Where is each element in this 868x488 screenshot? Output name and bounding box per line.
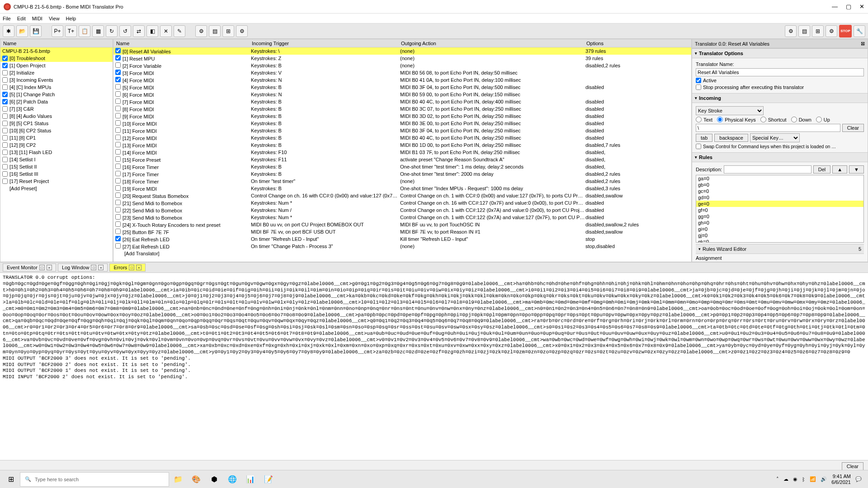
translator-row[interactable]: [15] Force PresetKeystrokes: F11activate… <box>113 156 691 163</box>
minimize-button[interactable]: — <box>832 3 838 10</box>
translator-checkbox[interactable] <box>115 156 121 162</box>
preset-checkbox[interactable] <box>2 164 8 169</box>
translator-checkbox[interactable] <box>115 149 121 155</box>
project-root[interactable]: CMPU-B 21-5-6.bmtp <box>0 47 113 55</box>
toolbar-btn-2[interactable]: 💾 <box>30 25 42 37</box>
translator-checkbox[interactable] <box>115 135 121 140</box>
toolbar-btn-1[interactable]: 📂 <box>16 25 28 37</box>
preset-item[interactable]: [8] [4] Audio Values <box>0 113 113 120</box>
translator-row[interactable]: [12] Force MIDIKeystrokes: BMIDI B0 40 4… <box>113 134 691 141</box>
preset-item[interactable]: [16] Setlist III <box>0 170 113 178</box>
taskbar-app-excel[interactable]: 📊 <box>241 472 259 487</box>
preset-checkbox[interactable] <box>2 77 8 83</box>
translator-checkbox[interactable] <box>115 236 121 241</box>
translator-row[interactable]: [17] Force TimerKeystrokes: BOne-shot ti… <box>113 170 691 178</box>
translator-row[interactable]: [21] Send Midi to BomeboxKeystrokes: Num… <box>113 199 691 206</box>
translator-row[interactable]: [2] Force VariableKeystrokes: B(none)dis… <box>113 62 691 69</box>
swap-control-checkbox[interactable] <box>696 144 701 149</box>
preset-item[interactable]: [0] Troubleshoot <box>0 55 113 62</box>
preset-checkbox[interactable] <box>2 106 8 112</box>
preset-checkbox[interactable] <box>2 63 8 68</box>
system-tray[interactable]: ˄ ☁ ◉ ᛒ 📶 🔊 9:41 AM 6/6/2021 💬 <box>772 474 866 484</box>
description-input[interactable] <box>724 165 811 174</box>
preset-item[interactable]: [Add Preset] <box>0 185 113 192</box>
preset-item[interactable]: [12] [9] CP2 <box>0 141 113 149</box>
toolbar-right-2[interactable]: ⊞ <box>812 25 824 37</box>
rule-item[interactable]: gg=0 <box>696 213 863 220</box>
tab-close-icon[interactable]: × <box>136 265 142 270</box>
toolbar-btn-5[interactable]: T+ <box>65 25 77 37</box>
preset-checkbox[interactable] <box>2 84 8 90</box>
translator-row[interactable]: [7] Force MIDIKeystrokes: BMIDI B0 40 4C… <box>113 98 691 105</box>
translator-checkbox[interactable] <box>115 120 121 126</box>
special-key-select[interactable]: Special Key… <box>750 133 800 142</box>
incoming-type-select[interactable]: Key Stroke <box>696 106 764 115</box>
start-button[interactable]: ⊞ <box>2 472 20 487</box>
toolbar-btn-12[interactable]: ✕ <box>160 25 172 37</box>
toolbar-right-0[interactable]: ⚙ <box>785 25 797 37</box>
translator-row[interactable]: [24] X-Touch Rotary Encoders to next pre… <box>113 221 691 228</box>
translator-options-header[interactable]: Translator Options <box>692 48 868 58</box>
translator-row[interactable]: [8] Force MIDIKeystrokes: BMIDI B0 3C 07… <box>113 105 691 113</box>
translator-checkbox[interactable] <box>115 70 121 75</box>
toolbar-btn-13[interactable]: ✎ <box>174 25 185 37</box>
translator-list[interactable]: Name Incoming Trigger Outgoing Action Op… <box>113 39 692 262</box>
translator-row[interactable]: [26] Eat Refresh LEDOn timer "Refresh LE… <box>113 235 691 243</box>
toolbar-btn-11[interactable]: ◧ <box>146 25 158 37</box>
rule-item[interactable]: gc=0 <box>696 188 863 194</box>
tray-volume-icon[interactable]: 🔊 <box>821 476 827 482</box>
rules-list[interactable]: ga=0gb=0gc=0gd=0ge=0gf=0gg=0gh=0gi=0gj=0… <box>696 175 864 243</box>
translator-row[interactable]: [0] Reset All VariablesKeystrokes: \(non… <box>113 47 691 55</box>
translator-row[interactable]: [18] Force TimerOn timer "test timer"(no… <box>113 178 691 185</box>
clear-keystroke-button[interactable]: Clear <box>842 124 864 132</box>
preset-checkbox[interactable] <box>2 142 8 148</box>
preset-item[interactable]: [10] [6] CP2 Status <box>0 127 113 134</box>
translator-checkbox[interactable] <box>115 164 121 169</box>
rule-item[interactable]: gb=0 <box>696 182 863 188</box>
tray-chevron-icon[interactable]: ˄ <box>776 476 779 482</box>
toolbar-btn-9[interactable]: ↺ <box>119 25 131 37</box>
preset-item[interactable]: [13] [11] Flash LED <box>0 149 113 156</box>
tray-cloud-icon[interactable]: ☁ <box>783 476 788 482</box>
preset-checkbox[interactable] <box>2 121 8 126</box>
translator-checkbox[interactable] <box>115 62 121 68</box>
translator-checkbox[interactable] <box>115 229 121 234</box>
rule-item[interactable]: ga=0 <box>696 175 863 182</box>
preset-checkbox[interactable] <box>2 150 8 155</box>
toolbar-wrench[interactable]: 🔧 <box>854 25 865 37</box>
tray-notifications-icon[interactable]: 💬 <box>855 476 862 482</box>
translator-row[interactable]: [3] Force MIDIKeystrokes: VMIDI B0 56 08… <box>113 69 691 76</box>
translator-checkbox[interactable] <box>115 84 121 89</box>
preset-item[interactable]: [4] [C] Index MPUs <box>0 84 113 91</box>
translator-checkbox[interactable] <box>115 178 121 183</box>
preset-checkbox[interactable] <box>2 70 8 75</box>
incoming-header[interactable]: Incoming <box>692 93 868 103</box>
tab-errors[interactable]: Errors□× <box>109 263 146 272</box>
translator-row[interactable]: [1] Reset MPUKeystrokes: Z(none)39 rules <box>113 55 691 62</box>
del-button[interactable]: Del <box>813 165 831 174</box>
rule-item[interactable]: gj=0 <box>696 232 863 239</box>
preset-item[interactable]: [3] Incoming Events <box>0 76 113 84</box>
toolbar-btn-15[interactable]: ⚙ <box>195 25 207 37</box>
rules-header[interactable]: Rules <box>692 152 868 162</box>
stop-processing-checkbox[interactable] <box>696 84 701 90</box>
rule-item[interactable]: ge=0 <box>696 201 863 207</box>
backspace-key-button[interactable]: backspace <box>714 134 748 142</box>
toolbar-btn-6[interactable]: 📋 <box>79 25 90 37</box>
translator-row[interactable]: [27] Eat Refresh LEDOn timer "Change Pat… <box>113 243 691 250</box>
translator-checkbox[interactable] <box>115 99 121 104</box>
translator-checkbox[interactable] <box>115 106 121 111</box>
translator-row[interactable]: [5] Force MIDIKeystrokes: BMIDI B0 3F 04… <box>113 84 691 91</box>
tab-event-monitor[interactable]: Event Monitor□× <box>3 263 56 272</box>
translator-checkbox[interactable] <box>115 113 121 118</box>
clock[interactable]: 9:41 AM 6/6/2021 <box>831 474 851 484</box>
menu-edit[interactable]: Edit <box>17 16 26 21</box>
preset-item[interactable]: [9] [5] CP1 Status <box>0 120 113 127</box>
preset-checkbox[interactable] <box>2 99 8 104</box>
translator-checkbox[interactable] <box>115 91 121 97</box>
tab-close-icon[interactable]: × <box>98 265 104 270</box>
preset-checkbox[interactable] <box>2 171 8 177</box>
taskbar-app-chrome[interactable]: 🌐 <box>223 472 241 487</box>
translator-row[interactable]: [9] Force MIDIKeystrokes: BMIDI B0 3D 02… <box>113 113 691 120</box>
menu-midi[interactable]: MIDI <box>32 16 42 21</box>
